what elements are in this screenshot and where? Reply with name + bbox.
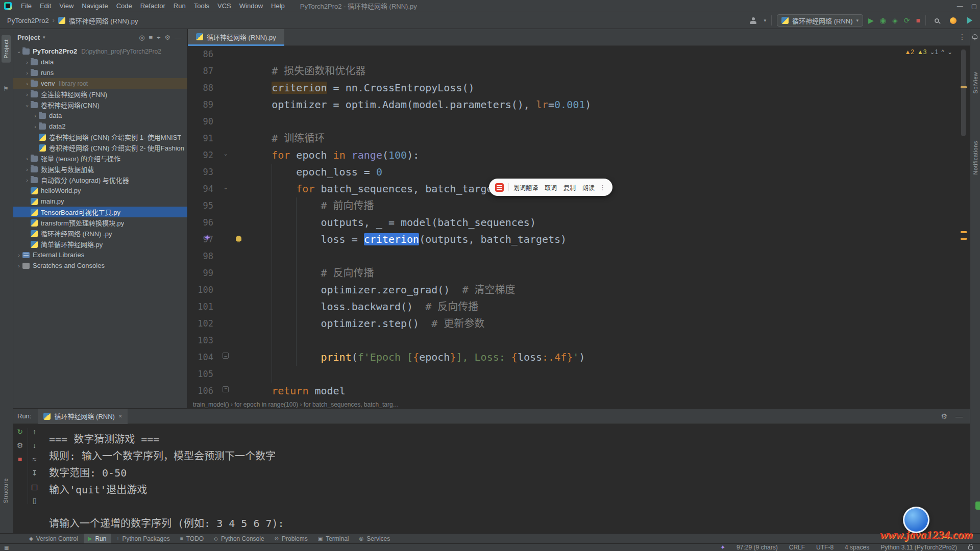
run-tab[interactable]: 循环神经网络 (RNN) × xyxy=(38,409,127,424)
close-icon[interactable]: × xyxy=(118,412,122,420)
tree-item[interactable]: ›External Libraries xyxy=(13,249,187,260)
tree-item[interactable]: ›data xyxy=(13,110,187,121)
status-item[interactable]: Python 3.11 (PyTorch2Pro2) xyxy=(880,544,957,551)
code-line[interactable]: 88 criterion = nn.CrossEntropyLoss() xyxy=(188,80,970,96)
menu-vcs[interactable]: VCS xyxy=(213,2,235,10)
menu-help[interactable]: Help xyxy=(267,2,289,10)
menu-run[interactable]: Run xyxy=(169,2,190,10)
intention-bulb-icon[interactable] xyxy=(236,236,241,241)
tool-window-button-version-control[interactable]: ◆Version Control xyxy=(24,534,83,544)
hide-icon[interactable]: — xyxy=(173,34,183,41)
code-line[interactable]: 95 # 前向传播 xyxy=(188,197,970,214)
chevron-right-icon[interactable]: › xyxy=(23,166,31,172)
code-with-me-users-icon[interactable] xyxy=(748,15,759,26)
chevron-right-icon[interactable]: › xyxy=(23,91,31,97)
tree-item[interactable]: 卷积神经网络 (CNN) 介绍实例 1- 使用MNIST xyxy=(13,132,187,142)
tree-item[interactable]: ›Scratches and Consoles xyxy=(13,260,187,271)
chevron-right-icon[interactable]: › xyxy=(15,252,22,258)
tree-item[interactable]: ›数据集与数据加载 xyxy=(13,164,187,174)
breadcrumb-file[interactable]: 循环神经网络 (RNN).py xyxy=(69,16,138,26)
edge-widget[interactable] xyxy=(975,502,980,510)
tool-window-button-python-packages[interactable]: ↑Python Packages xyxy=(112,534,174,544)
tree-item[interactable]: helloWorld.py xyxy=(13,185,187,196)
code-line[interactable]: 105 xyxy=(188,366,970,383)
print-icon[interactable]: ▤ xyxy=(31,483,38,490)
code-line[interactable]: 106⌃ return model xyxy=(188,383,970,399)
notifications-bell-icon[interactable] xyxy=(972,34,977,39)
fold-icon[interactable]: ⌃ xyxy=(223,386,229,392)
code-line[interactable]: 91 # 训练循环 xyxy=(188,130,970,147)
chevron-right-icon[interactable]: › xyxy=(23,70,31,76)
code-line[interactable]: 90 xyxy=(188,113,970,130)
plugin-orange-icon[interactable] xyxy=(947,15,959,26)
tool-stripe-structure[interactable]: Structure xyxy=(3,478,9,503)
run-button[interactable]: ▶ xyxy=(868,17,874,24)
run-console[interactable]: === 数字猜测游戏 ===规则: 输入一个数字序列，模型会预测下一个数字数字范… xyxy=(49,431,960,533)
tool-stripe-notifications[interactable]: Notifications xyxy=(972,141,978,174)
tree-item[interactable]: 卷积神经网络 (CNN) 介绍实例 2- 使用Fashion xyxy=(13,142,187,153)
stop-button[interactable]: ■ xyxy=(18,456,22,463)
code-line[interactable]: 104− print(f'Epoch [{epoch}], Loss: {los… xyxy=(188,349,970,366)
maximize-button[interactable]: ▢ xyxy=(971,3,977,10)
clear-icon[interactable]: ▯ xyxy=(33,497,37,504)
menu-refactor[interactable]: Refactor xyxy=(136,2,169,10)
tool-window-button-python-console[interactable]: ◇Python Console xyxy=(209,534,268,544)
menu-file[interactable]: File xyxy=(17,2,36,10)
code-line[interactable]: 102 optimizer.step() # 更新参数 xyxy=(188,315,970,332)
tool-window-button-run[interactable]: ▶Run xyxy=(84,534,111,544)
code-line[interactable]: 92⌄ for epoch in range(100): xyxy=(188,147,970,164)
run-settings-icon[interactable]: ⚙ xyxy=(17,442,23,449)
scroll-to-end-icon[interactable]: ↧ xyxy=(32,469,38,477)
menu-view[interactable]: View xyxy=(55,2,78,10)
tree-item[interactable]: ⌄PyTorch2Pro2D:\python_proj\PyTorch2Pro2 xyxy=(13,46,187,57)
tool-window-button-todo[interactable]: ≡TODO xyxy=(176,534,208,544)
search-everywhere-icon[interactable] xyxy=(931,15,942,26)
tree-item[interactable]: ›runs xyxy=(13,67,187,78)
fold-icon[interactable]: ⌄ xyxy=(223,151,229,157)
locate-icon[interactable]: ◎ xyxy=(137,34,146,41)
code-line[interactable]: 86 xyxy=(188,46,970,63)
tree-item[interactable]: 简单循环神经网络.py xyxy=(13,239,187,249)
tool-stripe-project[interactable]: Project xyxy=(2,35,11,63)
status-item[interactable]: CRLF xyxy=(789,544,805,551)
chevron-right-icon[interactable]: › xyxy=(15,263,22,269)
tool-window-button-terminal[interactable]: ▣Terminal xyxy=(313,534,354,544)
tree-item[interactable]: TensorBoard可视化工具.py xyxy=(13,207,187,217)
expand-icon[interactable]: ÷ xyxy=(155,34,162,41)
up-stack-icon[interactable]: ↑ xyxy=(33,428,36,435)
popup-item[interactable]: 朗读 xyxy=(582,183,595,192)
popup-item[interactable]: 复制 xyxy=(564,183,576,192)
code-viewport[interactable]: 8687 # 损失函数和优化器88 criterion = nn.CrossEn… xyxy=(188,29,970,401)
fold-icon[interactable]: ⌄ xyxy=(223,184,229,190)
tree-item[interactable]: ⌄卷积神经网络(CNN) xyxy=(13,99,187,110)
menu-tools[interactable]: Tools xyxy=(190,2,213,10)
minimize-button[interactable]: — xyxy=(957,3,963,10)
code-line[interactable]: 99 # 反向传播 xyxy=(188,265,970,282)
chevron-down-icon[interactable]: ⌄ xyxy=(15,48,22,55)
popup-item[interactable]: 划词翻译 xyxy=(513,183,538,192)
chevron-right-icon[interactable]: › xyxy=(23,177,31,183)
ai-sparkle-icon[interactable]: ✦ xyxy=(204,233,211,242)
status-item[interactable]: UTF-8 xyxy=(816,544,834,551)
stripe-mark[interactable] xyxy=(961,238,967,240)
tool-stripe-sciview[interactable]: SciView xyxy=(972,72,978,93)
tree-item[interactable]: ›data xyxy=(13,57,187,67)
status-item[interactable]: 4 spaces xyxy=(845,544,869,551)
code-line[interactable]: 100 optimizer.zero_grad() # 清空梯度 xyxy=(188,282,970,298)
fold-icon[interactable]: − xyxy=(223,353,229,359)
chevron-down-icon[interactable]: ▾ xyxy=(43,35,45,40)
tool-window-button-problems[interactable]: ⊘Problems xyxy=(270,534,312,544)
chevron-right-icon[interactable]: › xyxy=(23,156,31,162)
tree-item[interactable]: main.py xyxy=(13,196,187,207)
menu-edit[interactable]: Edit xyxy=(36,2,55,10)
popup-item[interactable]: 取词 xyxy=(545,183,557,192)
code-line[interactable]: 98 xyxy=(188,248,970,265)
run-configuration-select[interactable]: 循环神经网络 (RNN) ▾ xyxy=(777,14,863,27)
bookmark-icon[interactable]: ⚑ xyxy=(3,85,9,92)
down-stack-icon[interactable]: ↓ xyxy=(33,442,36,449)
chevron-down-icon[interactable]: ▾ xyxy=(764,18,767,23)
chevron-right-icon[interactable]: › xyxy=(32,113,39,119)
ai-assistant-icon[interactable]: ✦ xyxy=(720,544,725,551)
debug-button[interactable]: ◉ xyxy=(880,17,886,24)
collapse-all-icon[interactable]: ≡ xyxy=(147,34,155,41)
